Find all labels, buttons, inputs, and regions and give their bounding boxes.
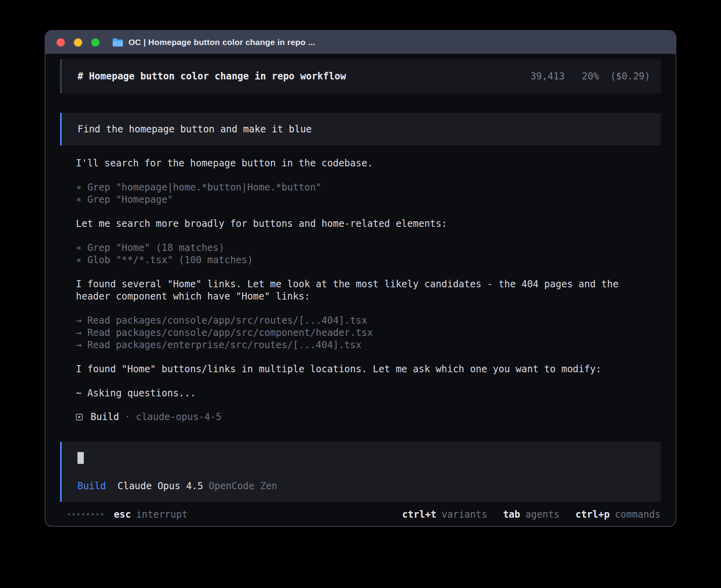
agent-badge: Build · claude-opus-4-5: [60, 411, 661, 422]
agent-separator: ·: [125, 411, 130, 422]
provider-label: OpenCode Zen: [209, 481, 277, 492]
read-line: → Read packages/console/app/src/routes/[…: [76, 315, 661, 327]
status-bar: esc interrupt ctrl+tvariants tabagents c…: [60, 508, 661, 520]
session-title: # Homepage button color change in repo w…: [77, 71, 346, 82]
terminal-content: # Homepage button color change in repo w…: [45, 54, 676, 526]
token-count: 39,413: [530, 71, 565, 82]
shortcut-key: ctrl+p: [576, 509, 610, 520]
read-line: → Read packages/console/app/src/componen…: [76, 327, 661, 339]
read-line: → Read packages/enterprise/src/routes/[.…: [76, 339, 661, 351]
agent-name: Build: [91, 411, 119, 422]
assistant-text: I found several "Home" links. Let me loo…: [60, 278, 621, 303]
model-label[interactable]: Claude Opus 4.5: [117, 481, 203, 492]
esc-label: interrupt: [136, 509, 187, 520]
shortcut-label: commands: [615, 509, 661, 520]
context-percent: 20%: [582, 71, 599, 82]
shortcut-key: tab: [503, 509, 520, 520]
shortcut-hints: ctrl+tvariants tabagents ctrl+pcommands: [402, 509, 661, 520]
tool-call-line: ∗ Grep "Home" (18 matches): [76, 242, 661, 254]
shortcut-commands[interactable]: ctrl+pcommands: [576, 509, 661, 520]
title-group: OC | Homepage button color change in rep…: [112, 38, 315, 47]
prompt-input[interactable]: Build Claude Opus 4.5 OpenCode Zen: [60, 442, 661, 502]
window-title: OC | Homepage button color change in rep…: [128, 38, 315, 47]
session-cost: ($0.29): [610, 71, 650, 82]
read-group: → Read packages/console/app/src/routes/[…: [60, 315, 661, 351]
spinner-dots: [68, 513, 103, 515]
zoom-button[interactable]: [91, 38, 100, 47]
assistant-text: I'll search for the homepage button in t…: [60, 157, 621, 170]
user-message-text: Find the homepage button and make it blu…: [77, 124, 311, 135]
shortcut-agents[interactable]: tabagents: [503, 509, 560, 520]
user-message: Find the homepage button and make it blu…: [60, 113, 661, 145]
status-line: ~ Asking questions...: [60, 387, 661, 400]
tool-call-line: ∗ Grep "Homepage": [76, 194, 661, 206]
agent-model: claude-opus-4-5: [136, 411, 222, 422]
titlebar: OC | Homepage button color change in rep…: [45, 31, 676, 54]
shortcut-key: ctrl+t: [402, 509, 436, 520]
assistant-text: I found "Home" buttons/links in multiple…: [60, 363, 621, 375]
minimize-button[interactable]: [74, 38, 82, 47]
mode-label[interactable]: Build: [77, 481, 106, 492]
shortcut-label: variants: [442, 509, 487, 520]
footer: Build Claude Opus 4.5 OpenCode Zen esc i…: [60, 429, 661, 520]
terminal-window: OC | Homepage button color change in rep…: [45, 30, 676, 527]
model-row: Build Claude Opus 4.5 OpenCode Zen: [77, 481, 650, 492]
text-cursor: [77, 452, 84, 464]
session-header: # Homepage button color change in repo w…: [60, 59, 661, 93]
assistant-text: Let me search more broadly for buttons a…: [60, 218, 621, 230]
esc-key[interactable]: esc: [114, 509, 131, 520]
shortcut-variants[interactable]: ctrl+tvariants: [402, 509, 487, 520]
session-stats: 39,413 20% ($0.29): [530, 71, 650, 82]
tool-call-group: ∗ Grep "Home" (18 matches) ∗ Glob "**/*.…: [60, 242, 661, 266]
tool-call-line: ∗ Glob "**/*.tsx" (100 matches): [76, 254, 661, 266]
tool-call-line: ∗ Grep "homepage|home.*button|Home.*butt…: [76, 181, 661, 194]
traffic-lights: [57, 38, 100, 47]
shortcut-label: agents: [525, 509, 560, 520]
agent-icon: [76, 414, 83, 420]
folder-icon: [112, 38, 123, 47]
tool-call-group: ∗ Grep "homepage|home.*button|Home.*butt…: [60, 181, 661, 206]
close-button[interactable]: [57, 38, 65, 47]
